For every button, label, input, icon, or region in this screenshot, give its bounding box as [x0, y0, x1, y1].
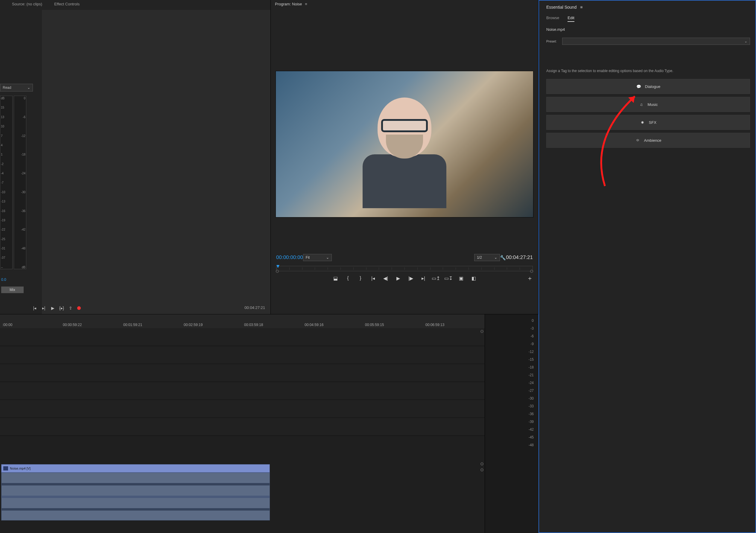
go-to-out-icon[interactable]: ▸| — [420, 276, 426, 281]
playback-resolution-dropdown[interactable]: 1/2 ⌄ — [474, 254, 500, 261]
export-frame-icon[interactable]: ▣ — [458, 276, 464, 281]
preset-dropdown[interactable]: ⌄ — [562, 38, 750, 45]
chevron-down-icon: ⌄ — [326, 255, 329, 260]
tab-edit[interactable]: Edit — [568, 15, 574, 22]
automation-mode-value: Read — [3, 86, 12, 90]
lift-icon[interactable]: ▭↥ — [433, 276, 439, 281]
tab-browse[interactable]: Browse — [546, 15, 559, 22]
fx-badge-icon — [3, 466, 8, 470]
program-title: Program: Noise — [275, 2, 302, 6]
extract-icon[interactable]: ▭↧ — [446, 276, 451, 281]
program-transport: ⬓ { } |◂ ◀| ▶ |▶ ▸| ▭↥ ▭↧ ▣ ◧ ＋ — [271, 273, 538, 282]
mark-out-icon[interactable]: } — [358, 276, 363, 281]
track-toggle-icon[interactable] — [480, 463, 483, 466]
waveform-right — [2, 498, 270, 520]
preset-label: Preset: — [546, 40, 557, 43]
video-clip[interactable]: Noise.mp4 [V] — [1, 464, 270, 472]
timeline-tracks[interactable]: Noise.mp4 [V] — [0, 328, 485, 533]
tag-ambience-label: Ambience — [644, 138, 662, 143]
timeline-main: :00:0000:00:59:2200:01:59:2100:02:59:190… — [0, 314, 485, 533]
go-to-in-icon[interactable]: |◂ — [370, 276, 376, 281]
tag-sfx-label: SFX — [649, 120, 656, 125]
source-monitor-body — [42, 10, 270, 314]
out-knob-icon[interactable] — [530, 270, 533, 273]
audio-clip[interactable] — [1, 472, 270, 520]
zoom-fit-dropdown[interactable]: Fit ⌄ — [303, 254, 332, 261]
program-duration: 00:04:27:21 — [506, 254, 533, 260]
program-timecode[interactable]: 00:00:00:00 — [276, 254, 303, 260]
ruler-tick-label: 00:00:59:22 — [63, 323, 82, 327]
tag-music-button[interactable]: ♫ Music — [546, 97, 750, 112]
ruler-tick-label: :00:00 — [2, 323, 12, 327]
essential-sound-title: Essential Sound — [546, 5, 577, 10]
mark-in-icon[interactable]: { — [345, 276, 351, 281]
chevron-down-icon: ⌄ — [27, 86, 30, 90]
playback-resolution-value: 1/2 — [477, 255, 482, 260]
chevron-down-icon: ⌄ — [494, 255, 497, 260]
mix-track-label[interactable]: Mix — [1, 286, 24, 293]
source-duration: 00:04:27:21 — [244, 306, 265, 310]
panel-menu-icon[interactable]: ≡ — [580, 5, 582, 10]
ruler-tick-label: 00:06:59:13 — [425, 323, 444, 327]
program-panel: Program: Noise ≡ 00:00:00:00 Fit ⌄ 1/2 ⌄… — [271, 0, 538, 314]
music-icon: ♫ — [639, 102, 644, 107]
program-preview[interactable] — [276, 71, 533, 218]
source-panel: Source: (no clips) Effect Controls Read … — [0, 0, 271, 314]
chevron-down-icon: ⌄ — [744, 39, 747, 43]
selected-clip-name: Noise.mp4 — [546, 25, 750, 36]
timeline-ruler[interactable]: :00:0000:00:59:2200:01:59:2100:02:59:190… — [0, 314, 485, 328]
tag-sfx-button[interactable]: ✸ SFX — [546, 115, 750, 130]
meter-left: dB151310741-2-4-7-10-13-16-19-22-25-31-3… — [0, 96, 13, 269]
step-forward-icon[interactable]: |▶ — [408, 276, 414, 281]
tag-dialogue-button[interactable]: 💬 Dialogue — [546, 79, 750, 94]
audio-meters: dB151310741-2-4-7-10-13-16-19-22-25-31-3… — [0, 96, 26, 269]
play-icon[interactable]: ▶ — [395, 276, 401, 281]
step-back-icon[interactable]: ◀| — [383, 276, 388, 281]
tag-music-label: Music — [648, 102, 658, 107]
in-knob-icon[interactable] — [276, 270, 279, 273]
track-toggle-icon[interactable] — [480, 330, 483, 333]
program-scrub-bar[interactable] — [276, 266, 533, 271]
ruler-tick-label: 00:05:59:15 — [365, 323, 384, 327]
settings-icon[interactable]: 🔧 — [500, 255, 506, 260]
dialogue-icon: 💬 — [636, 84, 641, 89]
pan-value: 0.0 — [1, 278, 6, 282]
video-clip-label: Noise.mp4 [V] — [10, 466, 31, 470]
go-to-in-icon[interactable]: |◂ — [32, 306, 37, 310]
panel-menu-icon[interactable]: ≡ — [305, 2, 307, 6]
play-icon[interactable]: ▶ — [50, 306, 55, 310]
track-toggle-icon[interactable] — [480, 468, 483, 471]
automation-mode-dropdown[interactable]: Read ⌄ — [0, 84, 33, 92]
tag-dialogue-label: Dialogue — [645, 84, 660, 89]
sfx-icon: ✸ — [640, 120, 645, 125]
meter-right: 0-6-12-18-24-30-36-42-48dB — [14, 96, 26, 269]
button-editor-icon[interactable]: ＋ — [527, 274, 533, 282]
timeline-panel: :00:0000:00:59:2200:01:59:2100:02:59:190… — [0, 314, 538, 533]
record-icon[interactable] — [77, 306, 81, 310]
zoom-fit-value: Fit — [306, 255, 310, 260]
export-icon[interactable]: ⇪ — [68, 306, 73, 310]
ruler-tick-label: 00:02:59:19 — [184, 323, 202, 327]
marker-in-icon[interactable]: ⬓ — [333, 276, 338, 281]
compare-icon[interactable]: ◧ — [471, 276, 476, 281]
video-frame-content — [360, 97, 449, 208]
ruler-tick-label: 00:04:59:16 — [305, 323, 323, 327]
source-transport: |◂ ▸| ▶ {▸} ⇪ — [32, 306, 81, 310]
go-to-out-icon[interactable]: ▸| — [41, 306, 46, 310]
ruler-tick-label: 00:01:59:21 — [123, 323, 142, 327]
loop-icon[interactable]: {▸} — [59, 306, 64, 310]
master-meter-scale: 0-3-6-9-12-15-18-21-24-27-30-33-36-39-42… — [485, 314, 538, 533]
tab-source[interactable]: Source: (no clips) — [12, 2, 42, 6]
essential-sound-panel: Essential Sound ≡ Browse Edit Noise.mp4 … — [538, 0, 756, 533]
tag-hint-text: Assign a Tag to the selection to enable … — [546, 51, 750, 79]
ruler-tick-label: 00:03:59:18 — [244, 323, 263, 327]
tab-effect-controls[interactable]: Effect Controls — [54, 2, 80, 6]
waveform-left — [2, 473, 270, 495]
ambience-icon: ፨ — [635, 138, 640, 143]
tag-ambience-button[interactable]: ፨ Ambience — [546, 133, 750, 148]
